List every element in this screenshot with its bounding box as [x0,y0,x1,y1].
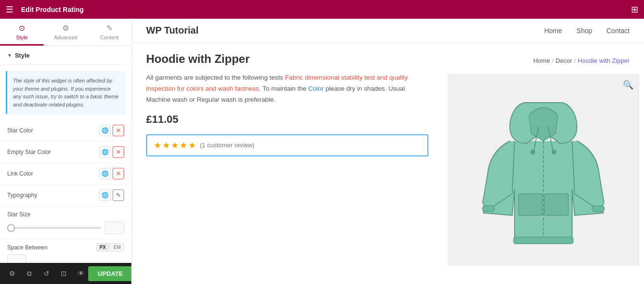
link-color-globe-btn[interactable]: 🌐 [99,168,111,179]
unit-buttons: PX EM [96,243,124,251]
link-color-row: Link Color 🌐 ✕ [0,163,131,185]
section-arrow-icon: ▼ [7,53,12,58]
eye-icon[interactable]: 👁 [74,266,88,281]
star-size-label: Star Size [7,211,124,218]
product-image-section: 🔍 [448,74,639,266]
space-between-row: Space Between PX EM [0,239,131,263]
star-color-label: Star Color [7,127,99,134]
bottom-icons: ⚙ ⧉ ↺ ⊡ 👁 [5,266,88,281]
svg-rect-9 [514,237,573,244]
site-title: WP Tutorial [146,25,198,36]
space-between-label: Space Between [7,244,47,251]
empty-star-color-row: Empty Star Color 🌐 ✕ [0,142,131,163]
tab-advanced-label: Advanced [54,35,78,40]
breadcrumb-sep-2: / [574,57,576,64]
nav-shop[interactable]: Shop [576,27,592,35]
svg-rect-7 [483,206,494,212]
style-tab-icon: ⊙ [19,24,25,33]
breadcrumb-category[interactable]: Decor [555,57,572,64]
star-2: ★ [162,140,170,151]
breadcrumb-home[interactable]: Home [533,57,550,64]
rating-box: ★ ★ ★ ★ ★ (1 customer review) [146,134,428,156]
space-between-value-input[interactable] [7,254,26,263]
typography-globe-btn[interactable]: 🌐 [99,189,111,201]
tab-style[interactable]: ⊙ Style [0,19,44,46]
svg-point-3 [552,150,556,154]
info-text: The style of this widget is often affect… [13,77,120,108]
responsive-icon[interactable]: ⊡ [57,266,71,281]
tab-content-label: Content [100,35,119,40]
bottom-bar: ⚙ ⧉ ↺ ⊡ 👁 UPDATE ▲ [0,263,131,284]
svg-point-2 [530,150,535,154]
star-5: ★ [188,140,196,151]
link-color-clear-btn[interactable]: ✕ [113,168,124,179]
preview-area: WP Tutorial Home Shop Contact Hoodie wit… [132,19,644,284]
page-title: Edit Product Rating [19,6,625,13]
typography-label: Typography [7,192,99,199]
sidebar: ⊙ Style ⚙ Advanced ✎ Content ▼ Style The… [0,19,132,284]
hamburger-menu-icon[interactable]: ☰ [0,0,19,19]
typography-edit-btn[interactable]: ✎ [113,189,124,201]
breadcrumb: Home / Decor / Hoodie with Zipper [533,57,630,64]
product-description: All garments are subjected to the follow… [146,72,428,106]
empty-star-color-label: Empty Star Color [7,149,99,155]
product-info: Hoodie with Zipper All garments are subj… [146,52,428,274]
breadcrumb-bar: Home / Decor / Hoodie with Zipper [448,52,630,69]
wp-nav: WP Tutorial Home Shop Contact [132,19,644,43]
tab-style-label: Style [16,35,27,40]
empty-star-color-globe-btn[interactable]: 🌐 [99,146,111,158]
unit-px-btn[interactable]: PX [96,243,109,251]
star-size-row: Star Size [0,206,131,239]
product-price: £11.05 [146,113,428,126]
product-image [476,88,610,251]
nav-home[interactable]: Home [544,27,562,35]
star-3: ★ [171,140,179,151]
desc-highlight-fabric: Fabric dimensional stability test and qu… [146,74,408,92]
update-button[interactable]: UPDATE [88,266,132,281]
tab-content[interactable]: ✎ Content [88,19,131,46]
star-1: ★ [154,140,161,151]
main-layout: ⊙ Style ⚙ Advanced ✎ Content ▼ Style The… [0,19,644,284]
star-color-actions: 🌐 ✕ [99,125,124,136]
star-4: ★ [180,140,187,151]
product-page: Hoodie with Zipper All garments are subj… [132,43,644,284]
settings-icon[interactable]: ⚙ [5,266,19,281]
star-size-value-input[interactable] [105,222,124,234]
typography-actions: 🌐 ✎ [99,189,124,201]
star-size-slider-track[interactable] [7,227,101,229]
top-bar: ☰ Edit Product Rating ⊞ [0,0,644,19]
tab-advanced[interactable]: ⚙ Advanced [44,19,87,46]
current-price: £11.05 [146,113,178,125]
product-right: Home / Decor / Hoodie with Zipper 🔍 [448,52,630,274]
svg-rect-5 [518,194,542,215]
content-tab-icon: ✎ [106,24,113,33]
layers-icon[interactable]: ⧉ [22,266,36,281]
empty-star-color-clear-btn[interactable]: ✕ [113,146,124,158]
tabs-bar: ⊙ Style ⚙ Advanced ✎ Content [0,19,131,46]
image-search-icon[interactable]: 🔍 [623,80,633,90]
svg-rect-6 [544,194,568,215]
link-color-actions: 🌐 ✕ [99,168,124,179]
breadcrumb-sep-1: / [552,57,554,64]
grid-icon[interactable]: ⊞ [625,0,644,19]
nav-contact[interactable]: Contact [607,27,630,35]
breadcrumb-product[interactable]: Hoodie with Zipper [578,57,630,64]
star-color-globe-btn[interactable]: 🌐 [99,125,111,136]
stars: ★ ★ ★ ★ ★ [154,140,196,151]
empty-star-color-actions: 🌐 ✕ [99,146,124,158]
space-between-header: Space Between PX EM [7,243,124,251]
update-btn-group: UPDATE ▲ [88,266,132,281]
style-section-header[interactable]: ▼ Style [0,46,131,65]
star-size-slider-thumb[interactable] [7,224,15,232]
svg-rect-8 [592,206,604,212]
desc-highlight-color: Color [308,85,323,92]
sidebar-content: ▼ Style The style of this widget is ofte… [0,46,131,263]
unit-em-btn[interactable]: EM [110,243,124,251]
history-icon[interactable]: ↺ [39,266,54,281]
link-color-label: Link Color [7,170,99,177]
nav-links: Home Shop Contact [544,27,630,35]
typography-row: Typography 🌐 ✎ [0,185,131,206]
star-color-clear-btn[interactable]: ✕ [113,125,124,136]
star-size-controls [7,222,124,234]
rating-text: (1 customer review) [200,142,254,149]
